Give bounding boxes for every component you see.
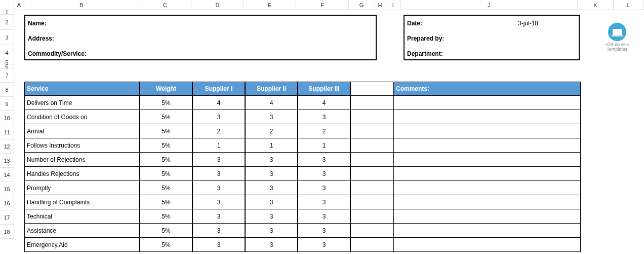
cell-service[interactable]: Arrival <box>24 124 140 138</box>
cell-sup1[interactable]: 4 <box>192 96 245 110</box>
cell-weight[interactable]: 5% <box>140 110 192 124</box>
col-F[interactable]: F <box>296 0 349 10</box>
cell-sup3[interactable]: 3 <box>298 224 350 238</box>
cell-weight[interactable]: 5% <box>140 181 192 195</box>
cell-service[interactable]: Condition of Goods on <box>24 110 140 124</box>
row-17[interactable]: 17 <box>0 210 14 225</box>
cell-sup3[interactable]: 3 <box>298 195 350 209</box>
comment-cell[interactable] <box>393 195 581 209</box>
cell-sup1[interactable]: 3 <box>192 181 245 195</box>
header-sup1[interactable]: Supplier I <box>192 82 245 96</box>
row-3[interactable]: 3 <box>0 30 14 45</box>
row-18[interactable]: 18 <box>0 225 14 239</box>
cell-service[interactable]: Promptly <box>24 181 140 195</box>
cell-service[interactable]: Handling of Complaints <box>24 195 140 209</box>
cell-weight[interactable]: 5% <box>140 124 192 138</box>
cell-sup3[interactable]: 3 <box>298 153 350 167</box>
row-14[interactable]: 14 <box>0 168 14 182</box>
cell-sup1[interactable]: 3 <box>192 153 245 167</box>
cell-sup2[interactable]: 3 <box>245 224 298 238</box>
cell-sup1[interactable]: 3 <box>192 167 245 181</box>
cell-service[interactable]: Handles Rejections <box>24 167 140 181</box>
cell-sup3[interactable]: 2 <box>298 124 350 138</box>
cell-sup1[interactable]: 3 <box>192 209 245 224</box>
cell-sup3[interactable]: 3 <box>298 209 350 224</box>
cell-sup2[interactable]: 3 <box>245 195 298 209</box>
row-4[interactable]: 4 <box>0 45 14 60</box>
row-13[interactable]: 13 <box>0 154 14 168</box>
cell-weight[interactable]: 5% <box>140 195 192 209</box>
comment-cell[interactable] <box>393 138 581 153</box>
cell-service[interactable]: Delivers on Time <box>24 96 140 110</box>
col-I[interactable]: I <box>385 0 401 10</box>
row-7[interactable]: 7 <box>0 68 14 83</box>
cell-service[interactable]: Number of Rejections <box>24 153 140 167</box>
row-1[interactable]: 1 <box>0 10 14 15</box>
cell-sup2[interactable]: 4 <box>245 96 298 110</box>
cell-sup1[interactable]: 2 <box>192 124 245 138</box>
comment-cell[interactable] <box>393 238 581 252</box>
col-B[interactable]: B <box>24 0 139 10</box>
col-H[interactable]: H <box>375 0 386 10</box>
cell-sup2[interactable]: 2 <box>245 124 298 138</box>
cell-sup1[interactable]: 3 <box>192 195 245 209</box>
cell-sup2[interactable]: 3 <box>245 153 298 167</box>
cell-weight[interactable]: 5% <box>140 138 192 153</box>
cell-weight[interactable]: 5% <box>140 153 192 167</box>
comment-cell[interactable] <box>393 209 581 224</box>
col-C[interactable]: C <box>139 0 192 10</box>
comment-cell[interactable] <box>393 224 581 238</box>
row-6[interactable]: 6 <box>0 64 14 68</box>
col-L[interactable]: L <box>614 0 644 10</box>
cell-weight[interactable]: 5% <box>140 167 192 181</box>
comment-cell[interactable] <box>393 96 581 110</box>
cell-sup3[interactable]: 3 <box>298 238 350 252</box>
cell-sup1[interactable]: 3 <box>192 224 245 238</box>
cell-sup1[interactable]: 1 <box>192 138 245 153</box>
row-10[interactable]: 10 <box>0 111 14 125</box>
cell-sup2[interactable]: 3 <box>245 167 298 181</box>
comment-cell[interactable] <box>393 124 581 138</box>
cell-sup3[interactable]: 1 <box>298 138 350 153</box>
cell-sup3[interactable]: 3 <box>298 167 350 181</box>
col-D[interactable]: D <box>191 0 244 10</box>
header-service[interactable]: Service <box>24 82 140 96</box>
comment-cell[interactable] <box>393 110 581 124</box>
row-12[interactable]: 12 <box>0 139 14 154</box>
cell-sup2[interactable]: 3 <box>245 181 298 195</box>
row-2[interactable]: 2 <box>0 15 14 30</box>
col-K[interactable]: K <box>578 0 614 10</box>
cell-sup3[interactable]: 3 <box>298 110 350 124</box>
comment-cell[interactable] <box>393 181 581 195</box>
cell-weight[interactable]: 5% <box>140 96 192 110</box>
cell-service[interactable]: Technical <box>24 209 140 224</box>
row-11[interactable]: 11 <box>0 125 14 139</box>
cell-weight[interactable]: 5% <box>140 209 192 224</box>
cell-sup2[interactable]: 1 <box>245 138 298 153</box>
header-sup3[interactable]: Supplier III <box>298 82 350 96</box>
cell-service[interactable]: Emergency Aid <box>24 238 140 252</box>
row-9[interactable]: 9 <box>0 97 14 111</box>
cell-sup2[interactable]: 3 <box>245 238 298 252</box>
col-E[interactable]: E <box>244 0 297 10</box>
cell-weight[interactable]: 5% <box>140 224 192 238</box>
cell-sup3[interactable]: 3 <box>298 181 350 195</box>
comment-cell[interactable] <box>393 167 581 181</box>
cell-sup1[interactable]: 3 <box>192 110 245 124</box>
row-8[interactable]: 8 <box>0 83 14 97</box>
col-J[interactable]: J <box>401 0 577 10</box>
cell-service[interactable]: Assistance <box>24 224 140 238</box>
cell-sup2[interactable]: 3 <box>245 110 298 124</box>
header-sup2[interactable]: Supplier II <box>245 82 298 96</box>
row-15[interactable]: 15 <box>0 182 14 196</box>
header-weight[interactable]: Weight <box>140 82 192 96</box>
col-G[interactable]: G <box>349 0 375 10</box>
cell-sup2[interactable]: 3 <box>245 209 298 224</box>
cell-weight[interactable]: 5% <box>140 238 192 252</box>
col-A[interactable]: A <box>14 0 24 10</box>
cell-service[interactable]: Follows Instructions <box>24 138 140 153</box>
cell-sup3[interactable]: 4 <box>298 96 350 110</box>
comment-cell[interactable] <box>393 153 581 167</box>
cell-sup1[interactable]: 3 <box>192 238 245 252</box>
comments-header[interactable]: Comments: <box>393 82 581 96</box>
